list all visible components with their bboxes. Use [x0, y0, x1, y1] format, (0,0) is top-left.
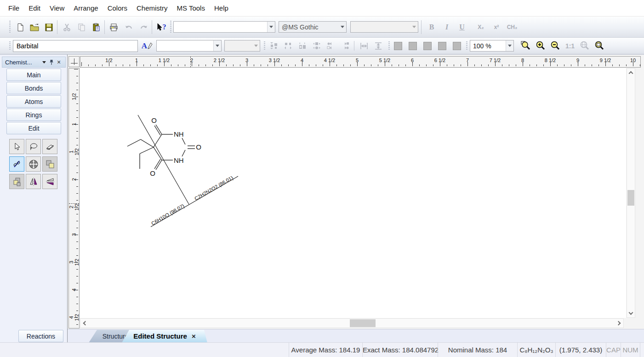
- atom-label-o-right[interactable]: O: [196, 143, 201, 151]
- scroll-left-icon[interactable]: [80, 319, 88, 327]
- menu-file[interactable]: File: [4, 0, 24, 17]
- atom-label-nh-top[interactable]: NH: [174, 130, 184, 138]
- ch2-label-button[interactable]: CH₂: [506, 21, 519, 34]
- sidebar-item-main[interactable]: Main: [6, 69, 61, 81]
- tab-close-icon[interactable]: ×: [192, 330, 196, 343]
- template-combo[interactable]: [156, 40, 222, 52]
- toolbar-grip[interactable]: [9, 21, 11, 34]
- lasso-select-tool-button[interactable]: [26, 139, 41, 154]
- undo-button[interactable]: [122, 21, 135, 34]
- molecule-barbital[interactable]: O NH O NH O C6H10O (98.07) C2H2N2O2 (86.…: [80, 68, 626, 318]
- combo-arrow-icon[interactable]: [267, 22, 275, 32]
- scroll-right-icon[interactable]: [616, 319, 623, 327]
- vertical-scrollbar[interactable]: [627, 68, 635, 318]
- style-box-button-3[interactable]: [421, 40, 434, 52]
- sidebar-item-edit[interactable]: Edit: [6, 122, 61, 134]
- flip-vertical-tool-button[interactable]: [42, 174, 57, 189]
- align-stack-button[interactable]: [296, 40, 309, 52]
- chemistry-panel-header[interactable]: Chemist... ×: [2, 57, 66, 68]
- select-tool-button[interactable]: [9, 139, 24, 154]
- tab-edited-structure[interactable]: Edited Structure ×: [122, 330, 207, 343]
- zoom-out-button[interactable]: [549, 40, 562, 52]
- combo-arrow-icon[interactable]: [338, 22, 346, 32]
- align-center-button[interactable]: [310, 40, 323, 52]
- zoom-in-button[interactable]: [534, 40, 547, 52]
- combo-arrow-icon[interactable]: [213, 40, 221, 51]
- vertical-scroll-thumb[interactable]: [627, 190, 634, 206]
- small-combo[interactable]: [224, 40, 260, 52]
- menu-view[interactable]: View: [45, 0, 69, 17]
- zoom-all-button[interactable]: [578, 40, 591, 52]
- eraser-tool-button[interactable]: [42, 139, 57, 154]
- style-box-button-4[interactable]: [436, 40, 449, 52]
- atom-label-o-bottom[interactable]: O: [150, 169, 155, 177]
- distribute-horizontal-button[interactable]: [282, 40, 295, 52]
- sidebar-item-bonds[interactable]: Bonds: [6, 82, 61, 94]
- fit-height-button[interactable]: [372, 40, 385, 52]
- push-right-button[interactable]: [339, 40, 352, 52]
- style-box-button-2[interactable]: [406, 40, 419, 52]
- panel-pin-icon[interactable]: [48, 58, 55, 66]
- cut-button[interactable]: [60, 21, 73, 34]
- sidebar-item-atoms[interactable]: Atoms: [6, 95, 61, 108]
- horizontal-scroll-thumb[interactable]: [350, 319, 376, 327]
- font-size-combo[interactable]: [350, 21, 418, 33]
- paste-button[interactable]: [90, 21, 103, 34]
- reactions-button[interactable]: Reactions: [18, 330, 63, 342]
- save-button[interactable]: [42, 21, 55, 34]
- copy-button[interactable]: [75, 21, 88, 34]
- new-document-button[interactable]: [14, 21, 27, 34]
- zoom-level-combo[interactable]: 100 %: [470, 40, 514, 52]
- scroll-up-icon[interactable]: [627, 69, 635, 76]
- style-box-button-1[interactable]: [392, 40, 405, 52]
- flip-horizontal-tool-button[interactable]: [26, 174, 41, 189]
- open-button[interactable]: [28, 21, 41, 34]
- style-combo[interactable]: [173, 21, 275, 33]
- subscript-button[interactable]: X₂: [474, 21, 487, 34]
- fit-width-button[interactable]: [358, 40, 370, 52]
- horizontal-scrollbar[interactable]: [80, 318, 624, 328]
- font-properties-button[interactable]: A: [141, 40, 154, 52]
- toolbar-grip[interactable]: [170, 21, 171, 34]
- sidebar-item-rings[interactable]: Rings: [6, 109, 61, 121]
- font-combo[interactable]: @MS Gothic: [279, 21, 347, 33]
- redo-button[interactable]: [137, 21, 150, 34]
- send-to-back-tool-button[interactable]: [9, 174, 24, 189]
- fragment-label-left[interactable]: C6H10O (98.07): [150, 203, 185, 226]
- menu-edit[interactable]: Edit: [24, 0, 45, 17]
- panel-menu-icon[interactable]: [40, 58, 48, 66]
- atom-label-nh-bottom[interactable]: NH: [174, 156, 184, 164]
- scroll-down-icon[interactable]: [627, 310, 635, 317]
- toolbar-grip[interactable]: [466, 41, 467, 50]
- menu-chemistry[interactable]: Chemistry: [132, 0, 172, 17]
- edit-bond-tool-button[interactable]: [9, 156, 24, 172]
- toolbar-grip[interactable]: [264, 41, 265, 50]
- menu-ms-tools[interactable]: MS Tools: [172, 0, 210, 17]
- combo-arrow-icon[interactable]: [410, 22, 418, 32]
- menu-colors[interactable]: Colors: [103, 0, 132, 17]
- zoom-select-button[interactable]: [519, 40, 532, 52]
- bring-to-front-tool-button[interactable]: [42, 156, 57, 172]
- fragment-label-right[interactable]: C2H2N2O2 (86.01): [194, 175, 234, 202]
- structure-name-input[interactable]: [13, 40, 138, 52]
- menu-help[interactable]: Help: [210, 0, 233, 17]
- combo-arrow-icon[interactable]: [506, 40, 513, 51]
- toolbar-grip[interactable]: [388, 41, 390, 50]
- context-help-button[interactable]: ?: [155, 21, 168, 34]
- atom-label-o-top[interactable]: O: [151, 116, 157, 124]
- style-box-button-5[interactable]: [450, 40, 463, 52]
- actual-size-button[interactable]: 1:1: [564, 40, 576, 52]
- distribute-vertical-button[interactable]: [268, 40, 280, 52]
- toolbar-grip[interactable]: [9, 41, 11, 50]
- underline-button[interactable]: U: [456, 21, 468, 34]
- zoom-page-button[interactable]: [593, 40, 606, 52]
- menu-arrange[interactable]: Arrange: [69, 0, 103, 17]
- push-left-button[interactable]: [325, 40, 337, 52]
- superscript-button[interactable]: x²: [490, 21, 503, 34]
- print-button[interactable]: [108, 21, 120, 34]
- combo-arrow-icon[interactable]: [252, 40, 260, 51]
- italic-button[interactable]: I: [440, 21, 453, 34]
- move-tool-button[interactable]: [26, 156, 41, 172]
- panel-close-icon[interactable]: ×: [55, 58, 63, 66]
- bold-button[interactable]: B: [425, 21, 438, 34]
